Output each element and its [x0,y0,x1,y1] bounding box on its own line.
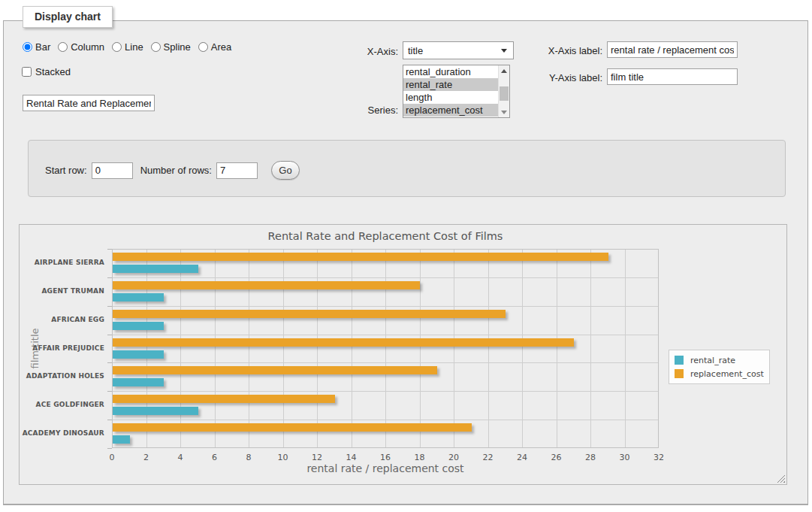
x-tick-label: 20 [442,453,465,462]
bar-rental_rate [113,293,164,301]
bar-replacement_cost [113,281,420,289]
category-label: AGENT TRUMAN [20,287,104,295]
x-tick-label: 4 [169,453,192,462]
x-tick-label: 26 [545,453,568,462]
bar-rental_rate [113,322,164,330]
x-tick-label: 8 [237,453,260,462]
chart-type-label-bar: Bar [35,41,50,53]
series-option-rental_rate[interactable]: rental_rate [403,78,498,91]
chart-type-radio-line[interactable] [112,42,122,52]
series-option-replacement_cost[interactable]: replacement_cost [403,104,498,117]
x-tick-label: 6 [204,453,226,462]
panel-title: Display chart [23,6,113,28]
chart-type-option-bar: Bar [23,41,50,53]
chart-type-radio-spline[interactable] [151,42,161,52]
x-tick-label: 28 [579,453,602,462]
bar-rental_rate [113,435,130,444]
legend-label: replacement_cost [690,369,764,379]
chart-legend: rental_ratereplacement_cost [669,350,770,384]
category-label: AFFAIR PREJUDICE [20,344,104,352]
category-label: AFRICAN EGG [20,316,104,323]
chart-type-radio-bar[interactable] [23,42,32,52]
x-tick-label: 30 [614,453,636,462]
stacked-label: Stacked [35,66,71,77]
x-tick-label: 10 [272,453,294,462]
xaxis-select-label: X-Axis: [300,46,398,57]
x-tick-label: 32 [647,453,670,462]
legend-item: replacement_cost [675,367,764,380]
chart-panel: Rental Rate and Replacement Cost of Film… [19,224,787,485]
num-rows-label: Number of rows: [140,165,212,176]
xaxis-label-label: X-Axis label: [488,45,602,56]
bar-replacement_cost [113,423,472,432]
chart-type-label-area: Area [211,41,231,53]
chart-type-radios: BarColumnLineSplineArea [23,41,231,53]
category-label: ACADEMY DINOSAUR [20,429,104,437]
x-tick-label: 0 [101,453,123,462]
x-axis-label: rental rate / replacement cost [112,462,659,474]
y-axis-tick [107,448,112,449]
chart-title: Rental Rate and Replacement Cost of Film… [112,230,659,242]
x-tick-label: 18 [409,453,431,462]
stacked-row: Stacked [22,66,71,77]
bar-replacement_cost [113,253,608,261]
scroll-down-button[interactable] [499,107,509,117]
legend-swatch-rental_rate [675,356,684,365]
bar-replacement_cost [113,366,437,374]
chart-type-label-column: Column [71,41,104,53]
series-option-length[interactable]: length [403,91,498,104]
chart-type-option-spline: Spline [151,41,191,53]
series-options: rental_durationrental_ratelengthreplacem… [403,65,498,117]
chart-type-radio-column[interactable] [58,42,68,52]
bar-rental_rate [113,378,164,386]
bar-rental_rate [113,265,198,273]
bar-replacement_cost [113,395,335,403]
plot-area-border [112,249,659,448]
start-row-label: Start row: [45,165,87,176]
chart-type-label-spline: Spline [164,41,191,53]
chart-type-option-area: Area [198,41,231,53]
chart-type-option-line: Line [112,41,143,53]
legend-label: rental_rate [690,356,735,365]
x-tick-label: 12 [306,453,328,462]
xaxis-label-input[interactable] [607,41,738,58]
yaxis-label-label: Y-Axis label: [488,72,602,83]
x-tick-label: 24 [511,453,533,462]
go-button[interactable]: Go [271,161,300,180]
scrollbar-thumb[interactable] [500,86,509,101]
x-tick-label: 22 [477,453,500,462]
category-label: ACE GOLDFINGER [20,401,104,408]
x-tick-label: 14 [340,453,363,462]
xaxis-select-value: title [408,45,501,56]
rows-panel: Start row: Number of rows: Go [28,140,786,197]
num-rows-input[interactable] [216,162,258,179]
bar-rental_rate [113,407,198,415]
category-label: AIRPLANE SIERRA [20,259,104,266]
stacked-checkbox[interactable] [22,67,32,77]
rows-controls: Start row: Number of rows: Go [45,161,300,180]
yaxis-label-input[interactable] [607,68,738,85]
x-tick-label: 2 [135,453,158,462]
chart: Rental Rate and Replacement Cost of Film… [20,225,786,484]
bar-replacement_cost [113,310,506,318]
bar-replacement_cost [113,338,574,347]
chart-type-radio-area[interactable] [198,42,208,52]
legend-item: rental_rate [675,353,764,367]
category-label: ADAPTATION HOLES [20,372,104,380]
start-row-input[interactable] [92,162,133,179]
chart-title-input[interactable] [23,95,155,111]
x-tick-label: 16 [374,453,397,462]
arrow-down-icon [501,111,507,114]
chart-type-label-line: Line [125,41,143,53]
bar-rental_rate [113,350,164,359]
series-select-label: Series: [300,105,398,116]
series-option-rental_duration[interactable]: rental_duration [403,65,498,78]
legend-swatch-replacement_cost [675,369,684,378]
page: Display chart BarColumnLineSplineArea St… [0,0,812,512]
chart-type-option-column: Column [58,41,104,53]
